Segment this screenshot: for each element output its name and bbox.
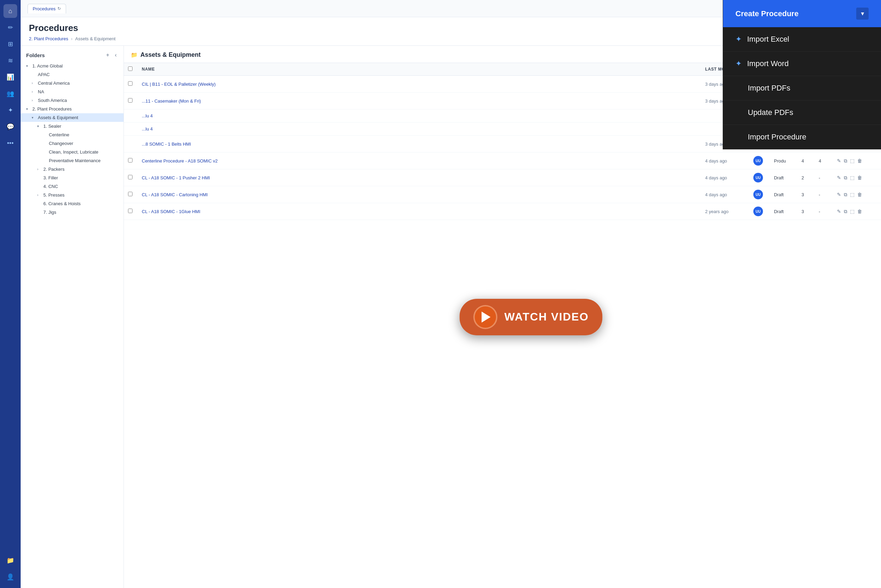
folder-item-na[interactable]: ›NA (21, 87, 124, 96)
row-modified-7: 4 days ago (701, 170, 749, 186)
refresh-icon[interactable]: ↻ (57, 6, 61, 11)
folder-item-south-america[interactable]: ›South America (21, 96, 124, 105)
row-actions-7: ✎⧉⬚🗑 (833, 170, 881, 186)
dropdown-item-label-import-procedure: Import Procedure (748, 132, 806, 141)
row-name-1[interactable]: CIL | B11 - EOL & Palletizer (Weekly) (138, 76, 701, 93)
move-action-icon-7[interactable]: ⬚ (850, 175, 854, 180)
delete-action-icon-8[interactable]: 🗑 (857, 192, 862, 197)
folder-item-prev-maintenance[interactable]: Preventative Maintenance (21, 156, 124, 165)
folder-label-plant-procedures: 2. Plant Procedures (32, 106, 72, 111)
edit-action-icon-9[interactable]: ✎ (837, 208, 841, 214)
row-checkbox-6[interactable] (128, 158, 132, 162)
folder-arrow-presses: › (37, 193, 41, 197)
row-checkbox-9[interactable] (128, 208, 132, 213)
delete-action-icon-9[interactable]: 🗑 (857, 208, 862, 214)
video-overlay[interactable]: WATCH VIDEO (459, 299, 602, 335)
move-action-icon-8[interactable]: ⬚ (850, 192, 854, 197)
select-all-checkbox[interactable] (128, 66, 132, 71)
sidebar-chat-icon[interactable]: 💬 (3, 120, 17, 134)
row-actions-6: ✎⧉⬚🗑 (833, 153, 881, 170)
play-button[interactable] (473, 305, 497, 329)
row-name-5[interactable]: ...8 SOMIC - 1 Belts HMI (138, 136, 701, 153)
row-name-6[interactable]: Centerline Procedure - A18 SOMIC v2 (138, 153, 701, 170)
dropdown-item-import-word[interactable]: ✦Import Word (723, 52, 881, 76)
move-action-icon-6[interactable]: ⬚ (850, 158, 854, 164)
edit-action-icon-6[interactable]: ✎ (837, 158, 841, 164)
folder-item-sealer[interactable]: ▾1. Sealer (21, 122, 124, 130)
folder-label-south-america: South America (38, 98, 67, 103)
folder-item-centerline[interactable]: Centerline (21, 130, 124, 139)
row-name-3[interactable]: ...lu 4 (138, 110, 701, 123)
sidebar-chart-icon[interactable]: ≋ (3, 54, 17, 68)
copy-action-icon-6[interactable]: ⧉ (844, 158, 847, 164)
row-name-4[interactable]: ...lu 4 (138, 123, 701, 136)
dropdown-chevron-icon[interactable]: ▾ (856, 8, 869, 20)
folder-item-apac[interactable]: APAC (21, 70, 124, 79)
table-row: CL - A18 SOMIC - Cartoning HMI4 days ago… (124, 186, 881, 203)
dropdown-menu: Create Procedure ▾ ✦Import Excel✦Import … (723, 0, 881, 149)
row-name-7[interactable]: CL - A18 SOMIC - 1 Pusher 2 HMI (138, 170, 701, 186)
folder-item-changeover[interactable]: Changeover (21, 139, 124, 148)
folder-label-packers: 2. Packers (43, 166, 64, 172)
table-row: Centerline Procedure - A18 SOMIC v24 day… (124, 153, 881, 170)
folder-label-prev-maintenance: Preventative Maintenance (49, 158, 100, 163)
folder-arrow-na: › (31, 90, 36, 94)
folder-item-filler[interactable]: 3. Filler (21, 174, 124, 182)
row-checkbox-8[interactable] (128, 192, 132, 196)
procedures-tab[interactable]: Procedures ↻ (27, 4, 66, 14)
breadcrumb-link[interactable]: 2. Plant Procedures (29, 36, 68, 41)
row-name-9[interactable]: CL - A18 SOMIC - 1Glue HMI (138, 203, 701, 220)
folder-label-sealer: 1. Sealer (43, 124, 61, 129)
folder-item-assets-equipment[interactable]: ▾Assets & Equipment (21, 113, 124, 122)
add-folder-button[interactable]: + (105, 51, 111, 59)
dropdown-item-import-excel[interactable]: ✦Import Excel (723, 27, 881, 52)
folder-item-jigs[interactable]: 7. Jigs (21, 208, 124, 216)
sidebar-edit-icon[interactable]: ✏ (3, 21, 17, 34)
folder-item-plant-procedures[interactable]: ▾2. Plant Procedures (21, 105, 124, 113)
delete-action-icon-7[interactable]: 🗑 (857, 175, 862, 180)
folder-arrow-central-america: › (31, 81, 36, 85)
copy-action-icon-7[interactable]: ⧉ (844, 175, 847, 181)
copy-action-icon-9[interactable]: ⧉ (844, 208, 847, 214)
dropdown-item-import-procedure[interactable]: Import Procedure (723, 125, 881, 149)
copy-action-icon-8[interactable]: ⧉ (844, 192, 847, 198)
name-column-header[interactable]: NAME (138, 63, 701, 76)
move-action-icon-9[interactable]: ⬚ (850, 208, 854, 214)
folder-label-clean-inspect: Clean, Inspect, Lubricate (49, 149, 99, 154)
delete-action-icon-6[interactable]: 🗑 (857, 158, 862, 164)
folder-item-clean-inspect[interactable]: Clean, Inspect, Lubricate (21, 148, 124, 156)
sidebar-settings-icon[interactable]: ✦ (3, 103, 17, 117)
sidebar-grid-icon[interactable]: ⊞ (3, 37, 17, 51)
collapse-folders-button[interactable]: ‹ (114, 51, 118, 59)
row-checkbox-2[interactable] (128, 98, 132, 103)
create-procedure-button[interactable]: Create Procedure ▾ (723, 0, 881, 27)
row-checkbox-1[interactable] (128, 81, 132, 86)
sidebar-more-icon[interactable]: ••• (3, 136, 17, 150)
sidebar-user-icon[interactable]: 👤 (3, 570, 17, 584)
folder-item-presses[interactable]: ›5. Presses (21, 191, 124, 200)
dropdown-item-import-pdfs[interactable]: Import PDFs (723, 76, 881, 100)
sidebar-report-icon[interactable]: 📊 (3, 70, 17, 84)
folder-label-na: NA (38, 89, 44, 94)
dropdown-item-update-pdfs[interactable]: Update PDFs (723, 100, 881, 125)
folder-item-cranes[interactable]: 6. Cranes & Hoists (21, 200, 124, 208)
folder-item-central-america[interactable]: ›Central America (21, 79, 124, 87)
row-actions-9: ✎⧉⬚🗑 (833, 203, 881, 220)
row-modified-9: 2 years ago (701, 203, 749, 220)
table-row: CL - A18 SOMIC - 1 Pusher 2 HMI4 days ag… (124, 170, 881, 186)
row-by-6: UU (749, 153, 770, 170)
row-name-2[interactable]: ...11 - Casemaker (Mon & Fri) (138, 93, 701, 110)
folder-item-packers[interactable]: ›2. Packers (21, 165, 124, 174)
folder-item-acme[interactable]: ▾1. Acme Global (21, 62, 124, 70)
sidebar-folder-icon[interactable]: 📁 (3, 554, 17, 567)
row-name-8[interactable]: CL - A18 SOMIC - Cartoning HMI (138, 186, 701, 203)
row-checkbox-7[interactable] (128, 175, 132, 179)
page-title-text: Procedures (29, 23, 78, 33)
sidebar-people-icon[interactable]: 👥 (3, 87, 17, 100)
folder-item-cnc[interactable]: 4. CNC (21, 182, 124, 191)
avatar-8: UU (753, 190, 763, 200)
row-modified-8: 4 days ago (701, 186, 749, 203)
sidebar-home-icon[interactable]: ⌂ (3, 4, 17, 18)
edit-action-icon-8[interactable]: ✎ (837, 192, 841, 197)
edit-action-icon-7[interactable]: ✎ (837, 175, 841, 180)
